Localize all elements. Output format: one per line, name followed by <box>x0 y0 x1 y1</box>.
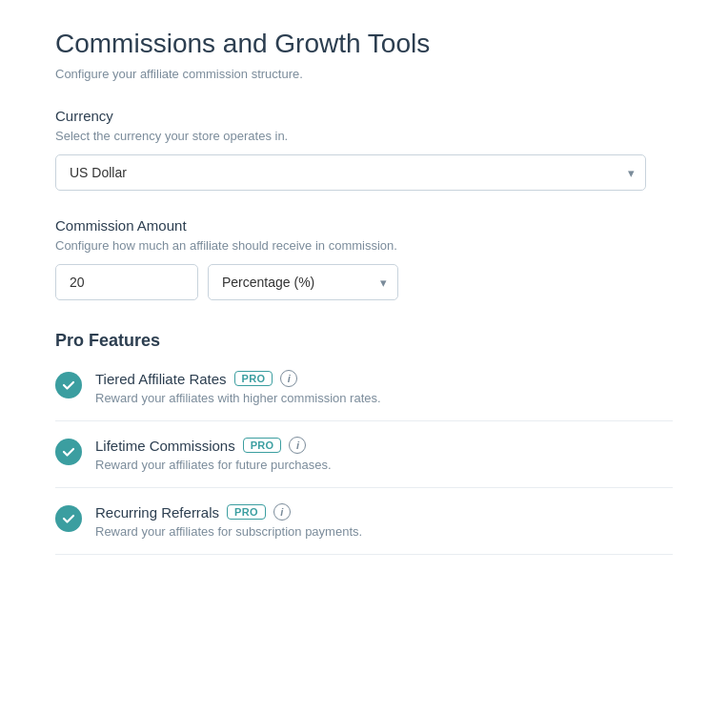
feature-item-tiered: Tiered Affiliate Rates PRO i Reward your… <box>55 370 673 421</box>
page-subtitle: Configure your affiliate commission stru… <box>55 67 673 81</box>
tiered-info-icon[interactable]: i <box>280 370 297 387</box>
lifetime-info-icon[interactable]: i <box>289 437 306 454</box>
commission-inputs: Percentage (%) Fixed Amount ▾ <box>55 264 673 300</box>
tiered-check-icon <box>55 372 82 398</box>
commission-type-select[interactable]: Percentage (%) Fixed Amount <box>208 264 398 300</box>
pro-features-section: Pro Features Tiered Affiliate Rates PRO … <box>55 331 673 555</box>
commission-section: Commission Amount Configure how much an … <box>55 217 673 300</box>
recurring-feature-name: Recurring Referrals <box>95 504 219 521</box>
feature-item-lifetime: Lifetime Commissions PRO i Reward your a… <box>55 421 673 488</box>
recurring-info-icon[interactable]: i <box>273 503 291 521</box>
commission-type-wrapper: Percentage (%) Fixed Amount ▾ <box>208 264 398 300</box>
commission-label: Commission Amount <box>55 217 673 234</box>
pro-features-title: Pro Features <box>55 331 673 351</box>
recurring-check-icon <box>55 505 82 532</box>
currency-select-wrapper: US Dollar Euro British Pound Canadian Do… <box>55 154 646 191</box>
tiered-pro-badge: PRO <box>234 371 273 386</box>
lifetime-feature-name: Lifetime Commissions <box>95 438 235 454</box>
lifetime-description: Reward your affiliates for future purcha… <box>95 458 673 472</box>
tiered-feature-name: Tiered Affiliate Rates <box>95 371 227 387</box>
tiered-title-row: Tiered Affiliate Rates PRO i <box>95 370 673 387</box>
tiered-description: Reward your affiliates with higher commi… <box>95 391 673 405</box>
commission-amount-input[interactable] <box>55 264 198 300</box>
currency-select[interactable]: US Dollar Euro British Pound Canadian Do… <box>55 154 646 191</box>
commission-description: Configure how much an affiliate should r… <box>55 238 673 253</box>
recurring-description: Reward your affiliates for subscription … <box>95 524 673 539</box>
recurring-title-row: Recurring Referrals PRO i <box>95 503 673 521</box>
lifetime-pro-badge: PRO <box>243 438 282 453</box>
lifetime-title-row: Lifetime Commissions PRO i <box>95 437 673 454</box>
page-title: Commissions and Growth Tools <box>55 29 673 59</box>
currency-label: Currency <box>55 108 673 124</box>
lifetime-content: Lifetime Commissions PRO i Reward your a… <box>95 437 673 472</box>
lifetime-check-icon <box>55 439 82 465</box>
feature-item-recurring: Recurring Referrals PRO i Reward your af… <box>55 488 673 555</box>
tiered-content: Tiered Affiliate Rates PRO i Reward your… <box>95 370 673 405</box>
recurring-content: Recurring Referrals PRO i Reward your af… <box>95 503 673 539</box>
currency-section: Currency Select the currency your store … <box>55 108 673 191</box>
currency-description: Select the currency your store operates … <box>55 129 673 143</box>
recurring-pro-badge: PRO <box>227 504 266 520</box>
